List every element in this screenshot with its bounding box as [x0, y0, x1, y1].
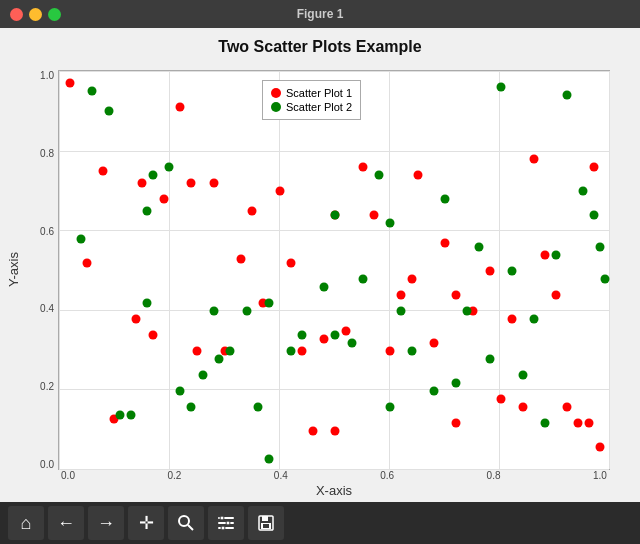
scatter-dot [452, 379, 461, 388]
scatter-dot [88, 87, 97, 96]
scatter-dot [319, 335, 328, 344]
scatter-dot [308, 427, 317, 436]
svg-point-0 [179, 516, 189, 526]
scatter-dot [529, 315, 538, 324]
window-title: Figure 1 [297, 7, 344, 21]
scatter-dot [430, 387, 439, 396]
scatter-dot [518, 371, 527, 380]
scatter-dot [126, 411, 135, 420]
scatter-dot [148, 331, 157, 340]
scatter-dot [143, 207, 152, 216]
x-tick-4: 0.6 [377, 470, 397, 484]
scatter-dot [551, 251, 560, 260]
maximize-button[interactable] [48, 8, 61, 21]
scatter-dot [319, 283, 328, 292]
scatter-dot [430, 339, 439, 348]
scatter-dot [562, 91, 571, 100]
scatter-dot [148, 171, 157, 180]
svg-point-7 [221, 526, 225, 530]
scatter-dot [507, 315, 516, 324]
scatter-dot [441, 195, 450, 204]
legend-dot-1 [271, 88, 281, 98]
legend-dot-2 [271, 102, 281, 112]
legend: Scatter Plot 1 Scatter Plot 2 [262, 80, 361, 120]
scatter-dot [590, 163, 599, 172]
pan-button[interactable]: ✛ [128, 506, 164, 540]
y-tick-4: 0.4 [14, 303, 54, 314]
grid-v-3 [279, 71, 280, 469]
scatter-dot [413, 171, 422, 180]
scatter-dot [77, 235, 86, 244]
scatter-dot [386, 403, 395, 412]
scatter-dot [248, 207, 257, 216]
x-tick-1: 0.0 [58, 470, 78, 484]
grid-v-2 [169, 71, 170, 469]
scatter-dot [331, 331, 340, 340]
scatter-dot [165, 163, 174, 172]
scatter-dot [408, 347, 417, 356]
scatter-dot [137, 179, 146, 188]
scatter-dot [242, 307, 251, 316]
scatter-dot [187, 403, 196, 412]
grid-h-1 [59, 71, 609, 72]
scatter-dot [584, 419, 593, 428]
svg-rect-9 [262, 516, 268, 521]
chart-title: Two Scatter Plots Example [0, 38, 640, 56]
scatter-dot [82, 259, 91, 268]
scatter-dot [358, 163, 367, 172]
scatter-dot [375, 171, 384, 180]
scatter-dot [115, 411, 124, 420]
titlebar: Figure 1 [0, 0, 640, 28]
close-button[interactable] [10, 8, 23, 21]
scatter-dot [485, 267, 494, 276]
x-tick-5: 0.8 [484, 470, 504, 484]
scatter-dot [529, 155, 538, 164]
scatter-dot [143, 299, 152, 308]
scatter-dot [104, 107, 113, 116]
scatter-dot [507, 267, 516, 276]
scatter-dot [408, 275, 417, 284]
save-button[interactable] [248, 506, 284, 540]
scatter-dot [331, 211, 340, 220]
minimize-button[interactable] [29, 8, 42, 21]
scatter-dot [595, 443, 604, 452]
scatter-dot [540, 419, 549, 428]
scatter-dot [331, 427, 340, 436]
scatter-dot [264, 299, 273, 308]
y-tick-3: 0.6 [14, 226, 54, 237]
home-button[interactable]: ⌂ [8, 506, 44, 540]
scatter-dot [369, 211, 378, 220]
svg-rect-11 [263, 524, 269, 528]
scatter-dot [176, 387, 185, 396]
x-tick-2: 0.2 [164, 470, 184, 484]
scatter-dot [579, 187, 588, 196]
scatter-dot [551, 291, 560, 300]
grid-v-1 [59, 71, 60, 469]
scatter-dot [215, 355, 224, 364]
grid-v-5 [499, 71, 500, 469]
scatter-dot [286, 259, 295, 268]
scatter-dot [540, 251, 549, 260]
grid-h-5 [59, 389, 609, 390]
back-button[interactable]: ← [48, 506, 84, 540]
scatter-dot [176, 103, 185, 112]
grid-h-3 [59, 230, 609, 231]
config-button[interactable] [208, 506, 244, 540]
zoom-button[interactable] [168, 506, 204, 540]
scatter-dot [441, 239, 450, 248]
scatter-dot [485, 355, 494, 364]
x-tick-3: 0.4 [271, 470, 291, 484]
scatter-dot [193, 347, 202, 356]
grid-h-4 [59, 310, 609, 311]
forward-button[interactable]: → [88, 506, 124, 540]
scatter-dot [463, 307, 472, 316]
y-tick-5: 0.2 [14, 381, 54, 392]
x-axis-ticks: 0.0 0.2 0.4 0.6 0.8 1.0 [58, 470, 610, 484]
y-tick-1: 1.0 [14, 70, 54, 81]
scatter-dot [132, 315, 141, 324]
scatter-dot [386, 347, 395, 356]
scatter-dot [601, 275, 610, 284]
chart-area [58, 70, 610, 470]
scatter-dot [209, 179, 218, 188]
grid-v-6 [609, 71, 610, 469]
